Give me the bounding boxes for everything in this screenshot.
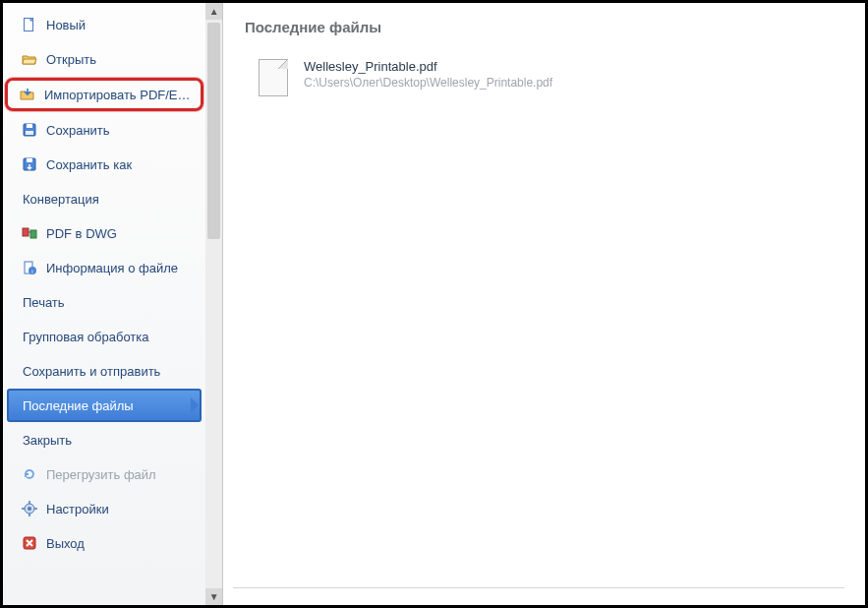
menu-item-new[interactable]: Новый [7,8,202,41]
menu-label: Последние файлы [23,398,192,413]
svg-rect-2 [27,124,32,128]
svg-rect-5 [27,158,32,162]
content-divider [233,587,844,588]
svg-rect-6 [23,228,29,236]
menu-item-import-pdf-emf[interactable]: Импортировать PDF/EMF [5,78,203,111]
menu-item-close[interactable]: Закрыть [7,423,202,456]
menu-item-convert[interactable]: Конвертация [7,182,202,215]
menu-label: Групповая обработка [23,330,192,344]
menu-label: Сохранить как [46,157,192,172]
open-icon [21,50,38,68]
menu-item-settings[interactable]: Настройки [7,492,202,525]
scroll-down-button[interactable]: ▼ [205,588,222,605]
document-icon [259,59,290,98]
menu-label: Импортировать PDF/EMF [44,88,193,102]
recent-file-meta: Wellesley_Printable.pdf C:\Users\Олег\De… [304,59,552,90]
menu-label: Перегрузить файл [46,467,192,482]
content-heading: Последние файлы [245,19,843,35]
menu-item-pdf-dwg[interactable]: PDF в DWG [7,216,202,250]
new-file-icon [21,16,38,33]
pdf-dwg-icon [21,224,38,242]
reload-icon [21,465,38,483]
scroll-up-button[interactable]: ▲ [205,3,222,20]
menu-item-exit[interactable]: Выход [7,526,202,560]
menu-label: Настройки [46,502,192,517]
recent-file-item[interactable]: Wellesley_Printable.pdf C:\Users\Олег\De… [251,53,843,104]
menu-item-save[interactable]: Сохранить [7,113,202,147]
menu-item-recent[interactable]: Последние файлы [7,389,202,422]
menu-label: PDF в DWG [46,226,192,241]
menu-label: Сохранить [46,123,192,138]
menu-label: Закрыть [23,433,192,448]
content-pane: Последние файлы Wellesley_Printable.pdf … [223,3,865,605]
exit-icon [21,534,38,552]
save-as-icon [21,155,38,173]
scroll-thumb[interactable] [207,23,220,239]
menu-label: Сохранить и отправить [23,364,192,379]
svg-rect-7 [30,230,36,238]
menu-item-file-info[interactable]: i Информация о файле [7,251,202,284]
import-icon [19,86,36,103]
save-icon [21,121,38,139]
application-frame: Новый Открыть Импортировать PDF/EMF Сохр… [0,0,868,608]
settings-icon [21,500,38,517]
menu-label: Печать [23,295,192,310]
svg-rect-3 [26,131,33,135]
menu-label: Информация о файле [46,261,192,275]
menu-label: Новый [46,18,192,32]
menu-item-save-send[interactable]: Сохранить и отправить [7,354,202,388]
recent-file-name: Wellesley_Printable.pdf [304,59,552,74]
sidebar: Новый Открыть Импортировать PDF/EMF Сохр… [3,3,205,605]
menu-item-print[interactable]: Печать [7,285,202,319]
info-icon: i [21,259,38,276]
sidebar-column: Новый Открыть Импортировать PDF/EMF Сохр… [3,3,223,605]
sidebar-scrollbar[interactable]: ▲ ▼ [205,3,222,605]
menu-label: Открыть [46,52,192,67]
svg-text:i: i [31,269,32,274]
svg-point-12 [28,507,31,511]
menu-item-save-as[interactable]: Сохранить как [7,148,202,181]
menu-label: Выход [46,536,192,551]
menu-item-batch[interactable]: Групповая обработка [7,320,202,353]
recent-file-path: C:\Users\Олег\Desktop\Wellesley_Printabl… [304,76,552,90]
menu-item-reload: Перегрузить файл [7,457,202,491]
menu-label: Конвертация [23,192,192,207]
menu-item-open[interactable]: Открыть [7,42,202,76]
